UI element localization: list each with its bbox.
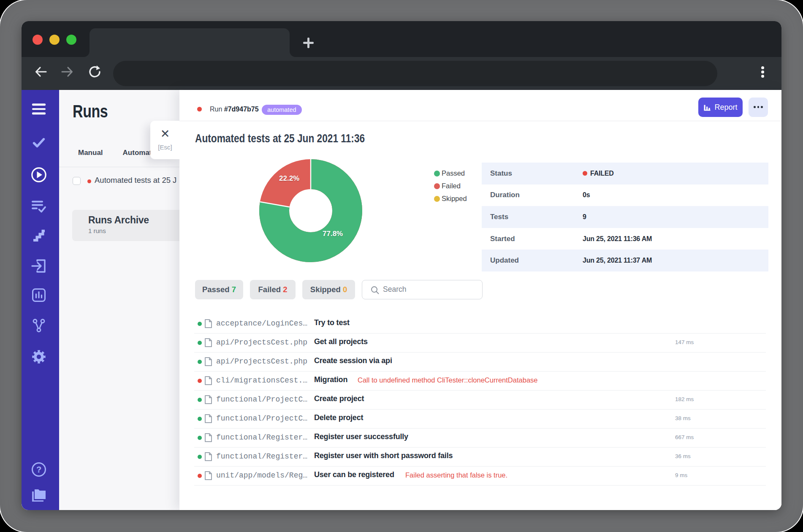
svg-text:?: ? [36, 465, 41, 474]
